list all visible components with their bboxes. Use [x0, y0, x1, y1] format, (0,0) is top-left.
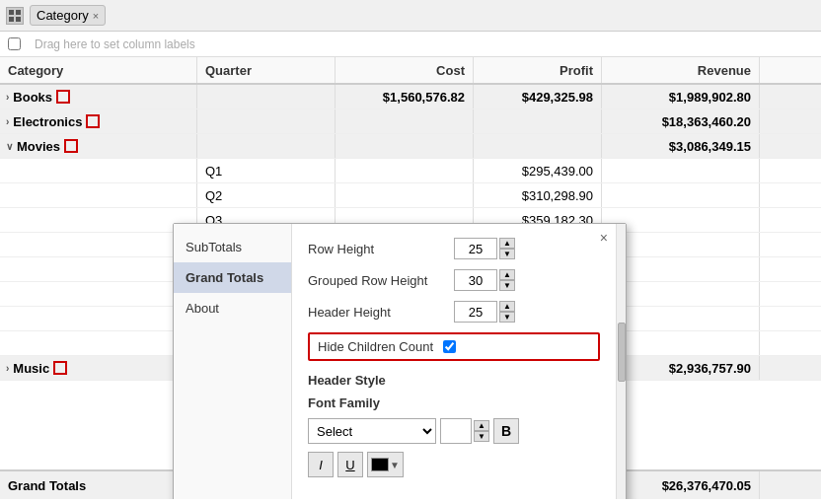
- cell-cost: [336, 183, 474, 207]
- cell-category: [0, 282, 197, 306]
- drag-checkbox[interactable]: [8, 37, 21, 50]
- font-size-spinners: ▲ ▼: [474, 420, 489, 442]
- cell-profit: [474, 109, 602, 133]
- row-height-input-group: ▲ ▼: [454, 238, 515, 259]
- category-tab[interactable]: Category ×: [30, 5, 106, 26]
- cell-profit: $310,298.90: [474, 183, 602, 207]
- font-size-input[interactable]: [440, 418, 472, 444]
- cell-category: › Electronics: [0, 109, 197, 133]
- grouped-row-height-input-group: ▲ ▼: [454, 269, 515, 291]
- color-box: [64, 139, 78, 153]
- category-text: Music: [13, 361, 49, 376]
- col-header-quarter: Quarter: [197, 57, 336, 83]
- svg-rect-1: [16, 10, 21, 15]
- grid-icon[interactable]: [6, 7, 24, 25]
- modal-scrollbar[interactable]: [616, 224, 626, 499]
- svg-rect-0: [9, 10, 14, 15]
- row-height-down[interactable]: ▼: [499, 249, 515, 259]
- modal-scrollbar-thumb[interactable]: [618, 323, 626, 382]
- grouped-row-height-label: Grouped Row Height: [308, 273, 446, 288]
- cell-cost: $1,560,576.82: [336, 85, 474, 108]
- cell-revenue: [602, 183, 760, 207]
- category-text: Books: [13, 90, 52, 105]
- color-picker-button[interactable]: ▼: [367, 452, 404, 477]
- font-size-down[interactable]: ▼: [474, 431, 489, 442]
- cell-quarter: Q2: [197, 183, 336, 207]
- cell-category: [0, 257, 197, 281]
- font-size-up[interactable]: ▲: [474, 420, 489, 431]
- grand-totals-label: Grand Totals: [0, 471, 197, 499]
- category-text: Movies: [17, 139, 60, 154]
- table-row: ∨ Movies $3,086,349.15: [0, 134, 821, 159]
- grouped-row-height-up[interactable]: ▲: [499, 269, 515, 280]
- expand-icon[interactable]: ∨: [6, 141, 13, 152]
- header-height-row: Header Height ▲ ▼: [308, 301, 600, 323]
- table-row: Q2 $310,298.90: [0, 183, 821, 208]
- color-box: [56, 90, 70, 104]
- grouped-row-height-down[interactable]: ▼: [499, 280, 515, 291]
- row-height-label: Row Height: [308, 242, 446, 256]
- grouped-row-height-row: Grouped Row Height ▲ ▼: [308, 269, 600, 291]
- expand-icon[interactable]: ›: [6, 363, 9, 374]
- hide-children-checkbox[interactable]: [443, 340, 456, 353]
- cell-revenue: $1,989,902.80: [602, 85, 760, 108]
- grouped-row-height-input[interactable]: [454, 269, 497, 291]
- svg-rect-3: [16, 17, 21, 22]
- category-text: Electronics: [13, 114, 82, 129]
- cell-cost: [336, 134, 474, 158]
- row-height-spinners: ▲ ▼: [499, 238, 515, 259]
- color-box: [53, 361, 67, 375]
- sidebar-item-about[interactable]: About: [174, 293, 291, 324]
- underline-button[interactable]: U: [337, 452, 363, 477]
- cell-category: [0, 159, 197, 182]
- italic-button[interactable]: I: [308, 452, 334, 477]
- bold-button[interactable]: B: [493, 418, 519, 444]
- cell-revenue: $18,363,460.20: [602, 109, 760, 133]
- table-row: › Books $1,560,576.82 $429,325.98 $1,989…: [0, 85, 821, 109]
- settings-modal: SubTotals Grand Totals About × Row Heigh…: [173, 223, 627, 499]
- cell-category: [0, 307, 197, 330]
- table-area: › Books $1,560,576.82 $429,325.98 $1,989…: [0, 85, 821, 499]
- header-style-title: Header Style: [308, 373, 600, 388]
- category-tab-close[interactable]: ×: [93, 10, 99, 22]
- header-height-label: Header Height: [308, 305, 446, 320]
- drag-label: Drag here to set column labels: [27, 37, 203, 51]
- header-height-input[interactable]: [454, 301, 497, 323]
- modal-sidebar: SubTotals Grand Totals About: [174, 224, 292, 499]
- font-family-select[interactable]: Select Arial Helvetica Times New Roman: [308, 418, 436, 444]
- cell-category: ∨ Movies: [0, 134, 197, 158]
- cell-category: › Music: [0, 356, 197, 380]
- font-size-group: ▲ ▼: [440, 418, 489, 444]
- color-swatch: [371, 458, 389, 471]
- col-header-profit: Profit: [474, 57, 602, 83]
- col-header-category: Category: [0, 57, 197, 83]
- cell-quarter: [197, 109, 336, 133]
- color-box: [86, 114, 100, 128]
- drag-label-row: Drag here to set column labels: [0, 32, 821, 57]
- cell-category: [0, 233, 197, 256]
- cell-cost: [336, 159, 474, 182]
- table-row: Q1 $295,439.00: [0, 159, 821, 183]
- header-height-up[interactable]: ▲: [499, 301, 515, 312]
- expand-icon[interactable]: ›: [6, 92, 9, 103]
- header-height-down[interactable]: ▼: [499, 312, 515, 323]
- column-headers: Category Quarter Cost Profit Revenue: [0, 57, 821, 85]
- cell-category: › Books: [0, 85, 197, 108]
- cell-quarter: [197, 85, 336, 108]
- hide-children-label: Hide Children Count: [318, 339, 433, 354]
- cell-quarter: [197, 134, 336, 158]
- font-family-title: Font Family: [308, 396, 600, 410]
- sidebar-item-grandtotals[interactable]: Grand Totals: [174, 262, 291, 293]
- cell-revenue: [602, 159, 760, 182]
- cell-category: [0, 331, 197, 355]
- sidebar-item-subtotals[interactable]: SubTotals: [174, 232, 291, 262]
- cell-revenue: $3,086,349.15: [602, 134, 760, 158]
- svg-rect-2: [9, 17, 14, 22]
- expand-icon[interactable]: ›: [6, 116, 9, 127]
- modal-content: × Row Height ▲ ▼ Grouped Row Height: [292, 224, 616, 499]
- modal-close-button[interactable]: ×: [600, 230, 608, 246]
- hide-children-row: Hide Children Count: [308, 332, 600, 361]
- row-height-input[interactable]: [454, 238, 497, 259]
- modal-body: SubTotals Grand Totals About × Row Heigh…: [174, 224, 626, 499]
- row-height-up[interactable]: ▲: [499, 238, 515, 249]
